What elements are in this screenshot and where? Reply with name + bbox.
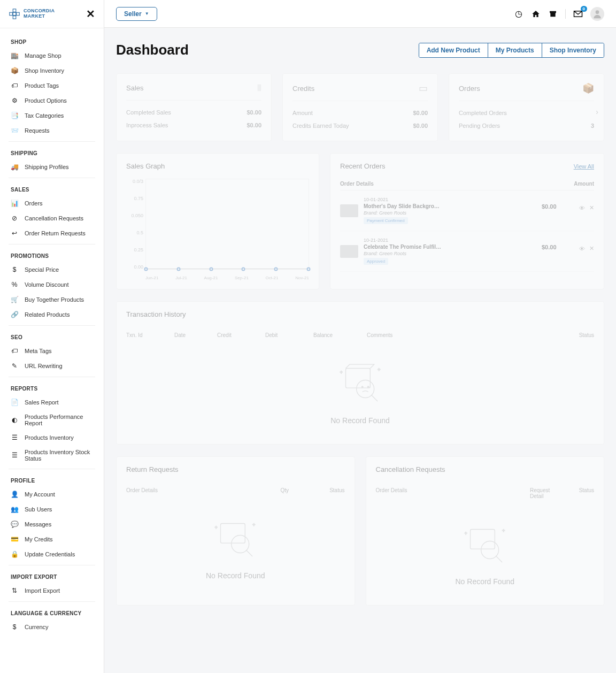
nav-icon: $ bbox=[11, 623, 18, 631]
close-icon[interactable]: ✕ bbox=[86, 7, 95, 20]
sidebar-item-update-credentials[interactable]: 🔒Update Credentials bbox=[0, 547, 104, 562]
order-row[interactable]: 10-21-2021 Celebrate The Promise Fulfil…… bbox=[340, 231, 594, 272]
sidebar-item-related-products[interactable]: 🔗Related Products bbox=[0, 307, 104, 322]
nav-icon: 📦 bbox=[11, 67, 18, 74]
nav-icon: ✎ bbox=[11, 362, 18, 370]
stat-title: Credits bbox=[292, 85, 314, 93]
nav-icon: 💬 bbox=[11, 521, 18, 528]
chevron-right-icon: › bbox=[596, 108, 598, 116]
add-new-product-button[interactable]: Add New Product bbox=[419, 43, 488, 57]
sidebar-item-shop-inventory[interactable]: 📦Shop Inventory bbox=[0, 63, 104, 78]
nav-section-shipping: SHIPPING bbox=[0, 145, 104, 159]
stat-value: $0.00 bbox=[247, 109, 261, 116]
order-row[interactable]: 10-01-2021 Mother's Day Slide Backgro… B… bbox=[340, 190, 594, 231]
notification-badge: 0 bbox=[581, 6, 587, 12]
order-status: Approved bbox=[364, 258, 388, 265]
no-results-icon: ++ bbox=[456, 521, 514, 569]
sidebar-item-orders[interactable]: 📊Orders bbox=[0, 196, 104, 211]
svg-rect-13 bbox=[221, 523, 245, 543]
sidebar-item-products-inventory[interactable]: ☰Products Inventory bbox=[0, 430, 104, 445]
dashboard-icon[interactable]: ◷ bbox=[514, 9, 523, 19]
sidebar-header: CONCORDIAMARKET ✕ bbox=[0, 0, 104, 28]
nav-label: Product Tags bbox=[25, 82, 59, 89]
col: Txn. Id bbox=[126, 332, 174, 338]
order-brand: Brand: Green Roots bbox=[364, 210, 536, 216]
sidebar-item-cancellation-requests[interactable]: ⊘Cancellation Requests bbox=[0, 211, 104, 226]
sidebar-item-tax-categories[interactable]: 📑Tax Categories bbox=[0, 108, 104, 123]
transaction-history-card: Transaction History Txn. IdDateCreditDeb… bbox=[116, 301, 604, 445]
nav-label: Products Inventory bbox=[25, 434, 74, 441]
sidebar-item-sub-users[interactable]: 👥Sub Users bbox=[0, 502, 104, 517]
logo[interactable]: CONCORDIAMARKET bbox=[9, 8, 55, 20]
sidebar-item-special-price[interactable]: $Special Price bbox=[0, 262, 104, 277]
sidebar-item-shipping-profiles[interactable]: 🚚Shipping Profiles bbox=[0, 159, 104, 174]
svg-text:+: + bbox=[502, 528, 505, 533]
card-title: Cancellation Requests bbox=[376, 465, 595, 473]
view-all-link[interactable]: View All bbox=[574, 163, 594, 170]
nav-icon: 📨 bbox=[11, 127, 18, 134]
close-icon[interactable]: ✕ bbox=[589, 245, 594, 252]
col: Comments bbox=[367, 332, 562, 338]
sidebar-item-currency[interactable]: $Currency bbox=[0, 620, 104, 634]
view-icon[interactable]: 👁 bbox=[579, 205, 585, 211]
sidebar-item-my-account[interactable]: 👤My Account bbox=[0, 487, 104, 502]
sales-card[interactable]: Sales⫴ Completed Sales$0.00 Inprocess Sa… bbox=[116, 73, 272, 141]
close-icon[interactable]: ✕ bbox=[589, 204, 594, 211]
sidebar-item-products-performance-report[interactable]: ◐Products Performance Report bbox=[0, 410, 104, 430]
credits-card[interactable]: Credits▭ Amount$0.00 Credits Earned Toda… bbox=[282, 73, 438, 141]
col: Qty bbox=[281, 487, 313, 493]
seller-dropdown[interactable]: Seller ▼ bbox=[116, 7, 157, 21]
sidebar-item-manage-shop[interactable]: 🏬Manage Shop bbox=[0, 48, 104, 63]
logo-icon bbox=[9, 8, 20, 20]
order-amount: $0.00 bbox=[542, 203, 574, 210]
divider bbox=[565, 9, 566, 19]
sidebar-item-products-inventory-stock-status[interactable]: ☰Products Inventory Stock Status bbox=[0, 445, 104, 465]
cancellation-requests-card: Cancellation Requests Order DetailsReque… bbox=[366, 456, 605, 606]
sidebar-item-product-tags[interactable]: 🏷Product Tags bbox=[0, 78, 104, 93]
nav-icon: 🚚 bbox=[11, 163, 18, 171]
sidebar-item-my-credits[interactable]: 💳My Credits bbox=[0, 532, 104, 547]
nav-icon: 🏬 bbox=[11, 52, 18, 59]
nav-label: Products Performance Report bbox=[25, 414, 93, 426]
col: Amount bbox=[574, 181, 594, 187]
col: Request Detail bbox=[530, 487, 562, 499]
stat-title: Sales bbox=[126, 84, 144, 92]
empty-text: No Record Found bbox=[126, 571, 345, 580]
col: Order Details bbox=[126, 487, 281, 493]
nav-label: Shipping Profiles bbox=[25, 164, 69, 170]
orders-card[interactable]: Orders📦 Completed Orders Pending Orders3… bbox=[449, 73, 604, 141]
nav-icon: ◐ bbox=[11, 416, 18, 424]
sidebar-item-product-options[interactable]: ⚙Product Options bbox=[0, 93, 104, 108]
avatar[interactable] bbox=[590, 7, 604, 21]
sidebar-item-url-rewriting[interactable]: ✎URL Rewriting bbox=[0, 358, 104, 373]
my-products-button[interactable]: My Products bbox=[488, 43, 542, 57]
nav-icon: 👥 bbox=[11, 506, 18, 513]
mail-icon[interactable]: 0 bbox=[573, 9, 583, 19]
sidebar-item-import-export[interactable]: ⇅Import Export bbox=[0, 583, 104, 598]
order-thumb bbox=[340, 204, 358, 217]
nav-label: Messages bbox=[25, 521, 51, 527]
sidebar-item-meta-tags[interactable]: 🏷Meta Tags bbox=[0, 343, 104, 358]
sidebar-item-requests[interactable]: 📨Requests bbox=[0, 123, 104, 138]
sidebar-item-order-return-requests[interactable]: ↩Order Return Requests bbox=[0, 226, 104, 241]
sidebar-item-sales-report[interactable]: 📄Sales Report bbox=[0, 395, 104, 410]
store-icon[interactable] bbox=[548, 9, 558, 19]
order-info: 10-01-2021 Mother's Day Slide Backgro… B… bbox=[364, 197, 536, 224]
nav-section-seo: SEO bbox=[0, 329, 104, 343]
nav-icon: ☰ bbox=[11, 434, 18, 441]
card-title: Transaction History bbox=[126, 310, 594, 318]
sidebar-item-messages[interactable]: 💬Messages bbox=[0, 517, 104, 532]
nav-icon: 📑 bbox=[11, 112, 18, 119]
sidebar-item-volume-discount[interactable]: %Volume Discount bbox=[0, 277, 104, 292]
nav-label: Products Inventory Stock Status bbox=[25, 449, 93, 462]
home-icon[interactable] bbox=[531, 9, 541, 19]
order-date: 10-21-2021 bbox=[364, 238, 536, 243]
sidebar-item-buy-together-products[interactable]: 🛒Buy Together Products bbox=[0, 292, 104, 307]
svg-text:+: + bbox=[340, 370, 342, 375]
nav-icon: 🏷 bbox=[11, 82, 18, 89]
col: Credit bbox=[217, 332, 265, 338]
nav-section-shop: SHOP bbox=[0, 34, 104, 48]
view-icon[interactable]: 👁 bbox=[579, 246, 585, 252]
nav-icon: $ bbox=[11, 266, 18, 273]
shop-inventory-button[interactable]: Shop Inventory bbox=[542, 43, 604, 57]
